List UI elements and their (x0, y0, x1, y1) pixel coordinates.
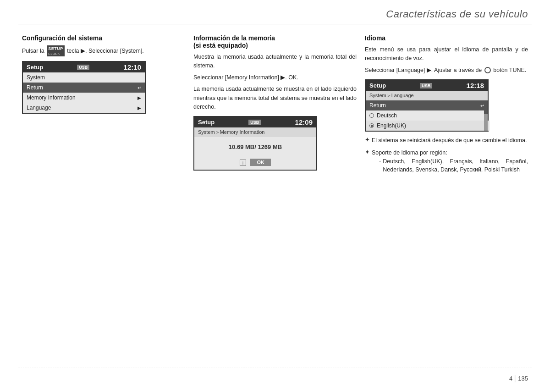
radio-english (369, 123, 374, 128)
screen1-usb: USB (77, 65, 89, 70)
info-icon: i (240, 160, 246, 166)
note1: ✦ El sistema se reiniciará después de qu… (365, 136, 528, 145)
tune-knob-icon (484, 67, 491, 73)
screen2-memory-display: 10.69 MB/ 1269 MB (194, 137, 316, 157)
screen3-usb: USB (420, 83, 432, 88)
col1-title: Configuración del sistema (22, 34, 185, 42)
col-system: Configuración del sistema Pulsar la SETU… (22, 30, 193, 362)
screen2-usb: USB (248, 120, 261, 125)
note1-symbol: ✦ (365, 136, 370, 145)
screen1-row-return: Return ↩ (23, 83, 145, 93)
screen3-row-return: Return ↩ (366, 100, 488, 110)
screen2-breadcrumb: System＞Memory Information (194, 127, 316, 137)
screen3-row-english: English(UK) (366, 121, 490, 131)
scrollbar[interactable] (484, 100, 488, 131)
page-number: 4│135 (509, 375, 528, 382)
screen1-row-memory: Memory Information ▶ (23, 93, 145, 103)
screen3-row-deutsch: Deutsch (366, 110, 490, 121)
header-divider (18, 24, 532, 24)
screen2-time: 12:09 (295, 118, 313, 126)
note2-symbol: ✦ (365, 149, 370, 174)
screen1-row-system: System (23, 72, 145, 83)
screen3-title: Setup (369, 82, 386, 89)
screen2-title: Setup (198, 119, 214, 126)
footer-divider (18, 368, 532, 368)
note1-text: El sistema se reiniciará después de que … (372, 136, 527, 145)
screen1-body: System Return ↩ Memory Information ▶ Lan… (23, 72, 145, 113)
screen-setup-system: Setup USB 12:10 System Return ↩ Memory I… (22, 61, 146, 114)
screen-language: Setup USB 12:18 System＞Language Return ↩… (365, 79, 489, 132)
page-title: Características de su vehículo (386, 8, 528, 20)
screen3-time: 12:18 (467, 82, 484, 89)
col-language: Idioma Este menú se usa para ajustar el … (365, 30, 528, 362)
col2-title: Información de la memoria (si está equip… (193, 34, 357, 49)
col3-title: Idioma (365, 34, 528, 42)
screen2-ok-row: i OK (194, 157, 316, 170)
col2-para3: La memoria usada actualmente se muestra … (193, 85, 357, 111)
col2-para2: Seleccionar [Memory Information] ▶. OK. (193, 73, 357, 82)
screen1-title: Setup (27, 64, 43, 71)
setup-clock-badge: SETUPCLOCK (47, 45, 65, 56)
col3-para1: Este menú se usa para ajustar el idioma … (365, 45, 528, 63)
col3-para2: Seleccionar [Language] ▶. Ajustar a trav… (365, 66, 528, 75)
screen1-row-language: Language ▶ (23, 103, 145, 113)
screen3-breadcrumb: System＞Language (366, 91, 488, 100)
col2-para1: Muestra la memoria usada actualmente y l… (193, 53, 357, 71)
col1-para1: Pulsar la SETUPCLOCK tecla ▶. Selecciona… (22, 45, 185, 56)
scrollbar-thumb[interactable] (484, 100, 488, 114)
screen2-header: Setup USB 12:09 (194, 117, 316, 127)
content-area: Configuración del sistema Pulsar la SETU… (22, 30, 528, 362)
col-memory: Información de la memoria (si está equip… (193, 30, 365, 362)
note2: ✦ Soporte de idioma por región: - Deutsc… (365, 149, 528, 174)
screen1-header: Setup USB 12:10 (23, 62, 145, 72)
screen3-header: Setup USB 12:18 (366, 80, 488, 91)
ok-button[interactable]: OK (250, 159, 271, 166)
screen-memory-info: Setup USB 12:09 System＞Memory Informatio… (193, 116, 317, 171)
screen1-time: 12:10 (124, 63, 141, 71)
note2-text: Soporte de idioma por región: (372, 149, 447, 156)
radio-deutsch (369, 113, 374, 118)
note2-sub: - Deutsch, English(UK), Français, Italia… (372, 157, 528, 175)
screen3-body: Return ↩ Deutsch English(UK) (366, 100, 488, 131)
